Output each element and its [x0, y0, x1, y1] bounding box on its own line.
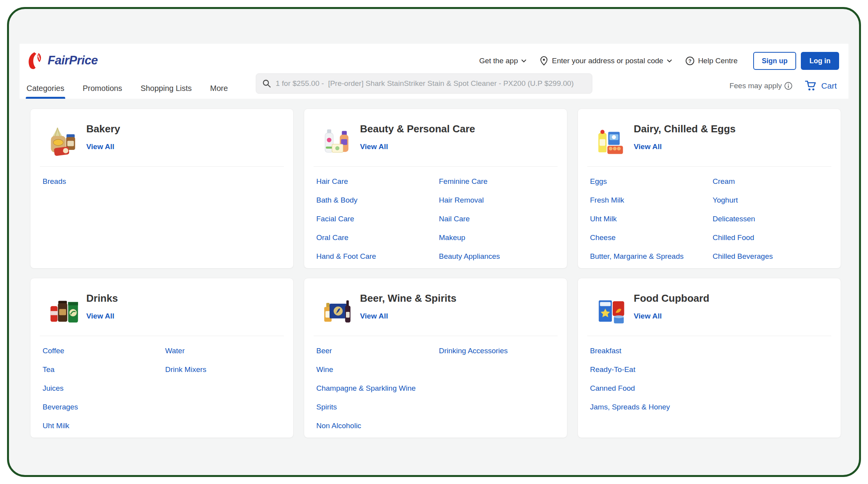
subcategory-link-water[interactable]: Water [165, 342, 207, 360]
subcategory-link-drinking-accessories[interactable]: Drinking Accessories [439, 342, 508, 360]
fairprice-homepage: FairPrice Get the app Enter your address… [0, 0, 868, 484]
tab-categories[interactable]: Categories [27, 78, 64, 99]
category-title: Drinks [86, 292, 118, 304]
site-header: FairPrice Get the app Enter your address… [20, 44, 848, 99]
subcategory-link-breads[interactable]: Breads [43, 172, 66, 191]
category-title: Beauty & Personal Care [360, 123, 475, 135]
subcategory-links: EggsFresh MilkUht MilkCheeseButter, Marg… [590, 172, 829, 265]
subcategory-link-eggs[interactable]: Eggs [590, 172, 684, 191]
browser-frame: FairPrice Get the app Enter your address… [7, 7, 861, 477]
subcategory-link-non-alcoholic[interactable]: Non Alcoholic [316, 416, 416, 435]
card-divider [40, 336, 284, 336]
subcategory-link-feminine-care[interactable]: Feminine Care [439, 172, 500, 191]
subcategory-link-yoghurt[interactable]: Yoghurt [713, 191, 773, 210]
view-all-beer-wine-spirits[interactable]: View All [360, 312, 388, 320]
subcategory-link-champagne-sparkling-wine[interactable]: Champagne & Sparkling Wine [316, 379, 416, 398]
fees-note: Fees may apply [729, 82, 782, 90]
view-all-beauty-personal-care[interactable]: View All [360, 142, 388, 151]
links-column-0: BreakfastReady-To-EatCanned FoodJams, Sp… [590, 342, 670, 416]
cart-icon [804, 80, 818, 92]
view-all-food-cupboard[interactable]: View All [634, 312, 662, 320]
category-card-bakery: Bakery View All Breads [30, 109, 294, 269]
card-divider [40, 166, 284, 167]
links-column-1: CreamYoghurtDelicatessenChilled FoodChil… [713, 172, 773, 266]
subcategory-link-hand-foot-care[interactable]: Hand & Foot Care [316, 247, 376, 266]
subcategory-link-oral-care[interactable]: Oral Care [316, 228, 376, 247]
food-cupboard-products-image [595, 295, 628, 328]
category-title: Dairy, Chilled & Eggs [634, 123, 736, 135]
beauty-products-image [321, 126, 354, 159]
links-column-0: BeerWineChampagne & Sparkling WineSpirit… [316, 342, 416, 435]
cart-button[interactable]: Cart [804, 80, 837, 92]
get-the-app-menu[interactable]: Get the app [479, 57, 526, 65]
subcategory-link-uht-milk[interactable]: Uht Milk [590, 210, 684, 228]
subcategory-link-makeup[interactable]: Makeup [439, 228, 500, 247]
view-all-bakery[interactable]: View All [86, 142, 114, 151]
subcategory-link-coffee[interactable]: Coffee [43, 342, 78, 360]
search-bar[interactable] [256, 73, 592, 94]
card-divider [587, 336, 831, 336]
subcategory-link-cheese[interactable]: Cheese [590, 228, 684, 247]
subcategory-link-wine[interactable]: Wine [316, 360, 416, 379]
subcategory-link-cream[interactable]: Cream [713, 172, 773, 191]
category-card-beer-wine-spirits: Beer, Wine & Spirits View All BeerWineCh… [304, 278, 567, 438]
subcategory-link-spirits[interactable]: Spirits [316, 398, 416, 416]
beer-wine-products-image [321, 295, 354, 328]
cart-label: Cart [821, 81, 837, 91]
help-centre-link[interactable]: ? Help Centre [685, 56, 738, 66]
view-all-dairy-chilled-eggs[interactable]: View All [634, 142, 662, 151]
tab-shopping-lists[interactable]: Shopping Lists [141, 78, 192, 99]
subcategory-link-fresh-milk[interactable]: Fresh Milk [590, 191, 684, 210]
subcategory-link-facial-care[interactable]: Facial Care [316, 210, 376, 228]
subcategory-link-butter-margarine-spreads[interactable]: Butter, Margarine & Spreads [590, 247, 684, 266]
search-icon [262, 79, 271, 88]
subcategory-link-drink-mixers[interactable]: Drink Mixers [165, 360, 207, 379]
links-column-0: EggsFresh MilkUht MilkCheeseButter, Marg… [590, 172, 684, 266]
subcategory-links: CoffeeTeaJuicesBeveragesUht MilkWaterDri… [43, 342, 281, 434]
primary-nav: CategoriesPromotionsShopping ListsMore [27, 78, 228, 99]
subcategory-link-canned-food[interactable]: Canned Food [590, 379, 670, 398]
subcategory-link-nail-care[interactable]: Nail Care [439, 210, 500, 228]
get-the-app-label: Get the app [479, 57, 518, 65]
subcategory-links: Breads [43, 172, 281, 265]
tab-promotions[interactable]: Promotions [83, 78, 122, 99]
subcategory-link-breakfast[interactable]: Breakfast [590, 342, 670, 360]
category-grid: Bakery View All Breads Beauty & Personal… [30, 109, 841, 438]
subcategory-link-ready-to-eat[interactable]: Ready-To-Eat [590, 360, 670, 379]
search-input[interactable] [276, 79, 586, 88]
sign-up-button[interactable]: Sign up [753, 52, 796, 70]
category-title: Food Cupboard [634, 292, 709, 304]
subcategory-links: BreakfastReady-To-EatCanned FoodJams, Sp… [590, 342, 829, 434]
svg-text:?: ? [688, 58, 692, 64]
chevron-down-icon [667, 59, 672, 63]
header-actions: Get the app Enter your address or postal… [479, 50, 839, 72]
log-in-button[interactable]: Log in [801, 52, 839, 70]
bakery-products-image [48, 126, 80, 159]
subcategory-link-beer[interactable]: Beer [316, 342, 416, 360]
subcategory-link-chilled-food[interactable]: Chilled Food [713, 228, 773, 247]
info-icon[interactable] [784, 82, 793, 90]
links-column-1: Drinking Accessories [439, 342, 508, 360]
subcategory-link-hair-removal[interactable]: Hair Removal [439, 191, 500, 210]
subcategory-link-tea[interactable]: Tea [43, 360, 78, 379]
view-all-drinks[interactable]: View All [86, 312, 114, 320]
address-label: Enter your address or postal code [552, 57, 663, 65]
subcategory-link-juices[interactable]: Juices [43, 379, 78, 398]
card-divider [587, 166, 831, 167]
fairprice-logo[interactable]: FairPrice [27, 48, 98, 73]
subcategory-link-hair-care[interactable]: Hair Care [316, 172, 376, 191]
subcategory-link-chilled-beverages[interactable]: Chilled Beverages [713, 247, 773, 266]
subcategory-link-bath-body[interactable]: Bath & Body [316, 191, 376, 210]
links-column-0: Breads [43, 172, 66, 191]
subcategory-link-delicatessen[interactable]: Delicatessen [713, 210, 773, 228]
category-title: Bakery [86, 123, 120, 135]
address-selector[interactable]: Enter your address or postal code [540, 56, 672, 66]
subcategory-link-jams-spreads-honey[interactable]: Jams, Spreads & Honey [590, 398, 670, 416]
subcategory-link-beverages[interactable]: Beverages [43, 398, 78, 416]
subcategory-link-uht-milk[interactable]: Uht Milk [43, 416, 78, 435]
tab-more[interactable]: More [210, 78, 228, 99]
links-column-0: Hair CareBath & BodyFacial CareOral Care… [316, 172, 376, 266]
subcategory-link-beauty-appliances[interactable]: Beauty Appliances [439, 247, 500, 266]
category-card-drinks: Drinks View All CoffeeTeaJuicesBeverages… [30, 278, 294, 438]
subcategory-links: Hair CareBath & BodyFacial CareOral Care… [316, 172, 555, 265]
